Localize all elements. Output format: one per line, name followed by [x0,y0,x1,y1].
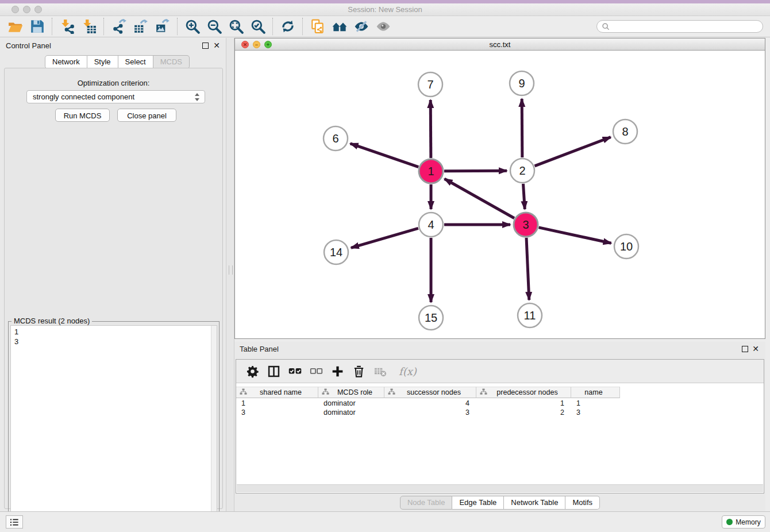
graph-node-label: 4 [428,218,434,231]
toolbar-separator [103,18,105,35]
import-table-button[interactable] [78,17,100,36]
search-input[interactable] [613,22,758,31]
control-tab-mcds[interactable]: MCDS [153,55,190,69]
zoom-selected-icon [251,19,265,34]
hide-selected-button[interactable] [351,17,372,36]
graph-node-9[interactable]: 9 [510,71,534,95]
memory-button[interactable]: Memory [722,515,765,529]
vertical-splitter[interactable] [226,38,234,511]
graph-node-1[interactable]: 1 [419,159,443,183]
delete-row-button[interactable] [348,362,369,380]
graph-node-15[interactable]: 15 [419,306,443,330]
export-network-button[interactable] [108,17,130,36]
table-tab-motifs[interactable]: Motifs [565,496,600,510]
table-cell[interactable]: 3 [571,408,620,418]
table-horizontal-scrollbar[interactable] [237,484,763,492]
table-cell[interactable]: 1 [236,399,318,408]
add-row-button[interactable] [327,362,348,380]
table-cell[interactable]: dominator [318,408,384,418]
settings-icon [246,365,259,378]
column-header-name[interactable]: name [571,387,620,398]
zoom-selected-button[interactable] [247,17,269,36]
graph-edge-3-10[interactable] [538,228,611,243]
network-graph-canvas[interactable]: 7968124314101511 [235,51,765,338]
column-header-predecessor-nodes[interactable]: predecessor nodes [476,387,571,398]
column-header-MCDS-role[interactable]: MCDS role [318,387,384,398]
run-mcds-button[interactable]: Run MCDS [55,109,110,122]
copy-view-button[interactable] [307,17,329,36]
table-tab-network-table[interactable]: Network Table [504,496,565,510]
delete-table-button[interactable] [369,362,391,380]
table-cell[interactable]: 1 [476,399,571,408]
zoom-out-button[interactable] [203,17,225,36]
table-cell[interactable]: 1 [571,399,620,408]
graph-edge-1-7[interactable] [430,100,431,158]
select-all-icon [288,365,302,378]
save-session-button[interactable] [26,17,48,36]
mcds-result-textarea[interactable]: 13 [10,325,217,532]
export-image-button[interactable] [152,17,174,36]
graph-edge-3-1[interactable] [445,179,514,218]
graph-node-14[interactable]: 14 [324,240,348,264]
open-file-icon [8,19,23,34]
control-panel-close-button[interactable]: ✕ [213,43,220,49]
table-cell[interactable]: 3 [236,408,318,418]
criterion-select[interactable]: strongly connected component [26,90,205,103]
graph-node-11[interactable]: 11 [518,303,542,327]
graph-node-10[interactable]: 10 [614,234,638,259]
graph-edge-4-14[interactable] [351,228,418,248]
import-network-button[interactable] [56,17,78,36]
column-header-shared-name[interactable]: shared name [236,387,318,398]
graph-edge-2-3[interactable] [523,184,525,209]
refresh-view-button[interactable] [277,17,299,36]
select-all-button[interactable] [284,362,306,380]
settings-button[interactable] [242,362,263,380]
graph-edge-2-8[interactable] [535,137,611,166]
graph-edge-1-2[interactable] [444,171,507,171]
home-views-button[interactable] [329,17,351,36]
open-file-button[interactable] [5,17,26,36]
columns-button[interactable] [263,362,284,380]
graph-node-8[interactable]: 8 [613,119,637,144]
graph-node-6[interactable]: 6 [324,126,348,151]
network-view-window: ✕ − + scc.txt 7968124314101511 [234,38,765,339]
graph-edge-1-6[interactable] [351,144,419,167]
delete-row-icon [352,365,365,378]
search-field[interactable] [596,20,763,33]
save-session-icon [30,19,45,34]
toolbar-separator [177,18,178,35]
control-tab-style[interactable]: Style [87,55,118,69]
table-tab-node-table[interactable]: Node Table [400,496,453,510]
close-panel-button[interactable]: Close panel [117,109,176,122]
optimization-criterion-label: Optimization criterion: [5,79,222,87]
table-panel-float-button[interactable] [742,346,748,352]
export-table-button[interactable] [130,17,152,36]
control-panel-float-button[interactable] [202,43,209,49]
control-tab-select[interactable]: Select [118,55,153,69]
table-cell[interactable]: 4 [384,399,476,408]
graph-node-2[interactable]: 2 [510,159,534,183]
network-window-titlebar[interactable]: ✕ − + scc.txt [235,38,765,51]
graph-node-3[interactable]: 3 [514,213,538,237]
task-history-button[interactable] [6,515,23,529]
graph-node-4[interactable]: 4 [419,213,443,237]
deselect-all-button[interactable] [306,362,327,380]
zoom-fit-button[interactable] [225,17,247,36]
table-row[interactable]: 1dominator411 [236,399,620,408]
graph-edge-2-9[interactable] [522,99,522,157]
table-cell[interactable]: 3 [384,408,476,418]
function-builder-button[interactable]: f(x) [395,365,420,378]
network-window-title: scc.txt [235,40,765,49]
table-cell[interactable]: dominator [318,399,384,408]
mcds-result-scrollbar[interactable] [211,326,217,532]
zoom-in-button[interactable] [182,17,203,36]
graph-edge-3-11[interactable] [526,238,529,300]
column-header-successor-nodes[interactable]: successor nodes [384,387,476,398]
table-row[interactable]: 3dominator323 [236,408,620,418]
show-all-button[interactable] [372,17,394,36]
graph-node-7[interactable]: 7 [418,72,442,97]
table-panel-close-button[interactable]: ✕ [752,346,759,352]
table-tab-edge-table[interactable]: Edge Table [452,496,504,510]
control-tab-network[interactable]: Network [45,55,87,69]
table-cell[interactable]: 2 [476,408,571,418]
